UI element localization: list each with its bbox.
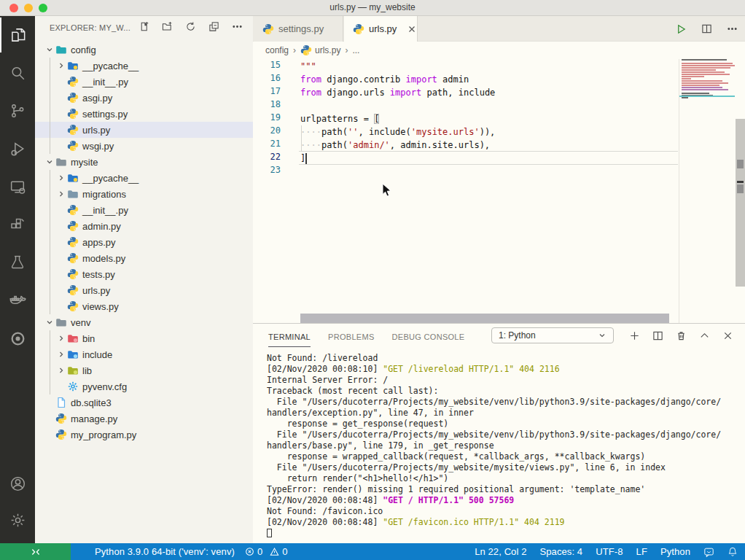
no-chevron [55, 92, 67, 104]
account-icon[interactable] [0, 466, 35, 501]
panel-tab-debug-console[interactable]: DEBUG CONSOLE [392, 326, 465, 346]
docker-icon[interactable] [0, 283, 35, 318]
python-icon [67, 300, 80, 312]
remote-indicator[interactable] [0, 543, 71, 560]
tree-item-admin-py[interactable]: admin.py [35, 218, 253, 234]
refresh-icon[interactable] [185, 21, 196, 32]
tree-item-label: lib [82, 365, 92, 376]
terminal-line: Internal Server Error: / [267, 375, 741, 386]
terminal-selector[interactable]: 1: Python [491, 327, 614, 343]
tree-item-views-py[interactable]: views.py [35, 298, 253, 314]
tab-settings-py[interactable]: settings.py [254, 16, 343, 42]
folder-lib-icon [67, 365, 80, 376]
more-icon[interactable] [232, 21, 243, 32]
feedback-icon[interactable] [703, 547, 714, 557]
source-control-icon[interactable] [0, 93, 35, 128]
chevron-down-icon [597, 330, 607, 341]
terminal-line: TypeError: render() missing 1 required p… [267, 484, 741, 495]
new-folder-icon[interactable] [162, 21, 173, 32]
status-spaces-4[interactable]: Spaces: 4 [539, 546, 582, 557]
breadcrumb-item[interactable]: ... [352, 45, 359, 55]
tree-item--init-py[interactable]: __init__.py [35, 74, 253, 90]
tree-item-venv[interactable]: venv [35, 314, 253, 330]
new-terminal-icon[interactable] [629, 330, 640, 341]
python-icon [67, 252, 80, 264]
python-interpreter-status[interactable]: Python 3.9.0 64-bit ('venv': venv) [95, 546, 235, 557]
tree-item-tests-py[interactable]: tests.py [35, 266, 253, 282]
collapse-all-icon[interactable] [208, 21, 219, 32]
remote-explorer-icon[interactable] [0, 169, 35, 204]
status-utf-8[interactable]: UTF-8 [596, 546, 623, 557]
editor-vertical-scrollbar[interactable] [735, 59, 745, 323]
python-icon [67, 236, 80, 248]
terminal-line: handlers/base.py", line 179, in _get_res… [267, 440, 741, 451]
tab-urls-py[interactable]: urls.py [344, 16, 418, 42]
breadcrumb-item[interactable]: urls.py [300, 44, 340, 56]
editor-horizontal-scrollbar[interactable] [300, 314, 669, 323]
tree-item-wsgi-py[interactable]: wsgi.py [35, 138, 253, 154]
run-icon[interactable] [676, 23, 687, 35]
tree-item-label: my_program.py [71, 429, 136, 440]
problems-status[interactable]: 0 0 [245, 546, 288, 557]
breadcrumb-item[interactable]: config [265, 45, 289, 55]
extensions-icon[interactable] [0, 207, 35, 242]
close-window-button[interactable] [9, 4, 18, 12]
close-icon[interactable] [407, 24, 417, 34]
tree-item-label: urls.py [82, 125, 110, 136]
status-lf[interactable]: LF [636, 546, 647, 557]
tree-item-db-sqlite3[interactable]: db.sqlite3 [35, 394, 253, 411]
zoom-window-button[interactable] [39, 4, 47, 12]
python-package-icon[interactable] [0, 321, 35, 356]
python-icon [353, 23, 364, 35]
search-icon[interactable] [0, 55, 35, 90]
split-editor-icon[interactable] [701, 23, 712, 34]
status-python[interactable]: Python [660, 546, 690, 557]
python-icon [67, 124, 80, 136]
close-panel-icon[interactable] [722, 330, 733, 341]
tab-label: settings.py [278, 23, 324, 34]
tree-item--init-py[interactable]: __init__.py [35, 202, 253, 218]
bell-icon[interactable] [728, 546, 738, 557]
no-chevron [55, 381, 67, 392]
terminal-output[interactable]: Not Found: /livereload[02/Nov/2020 00:08… [267, 353, 741, 539]
tree-item-my-program-py[interactable]: my_program.py [35, 427, 253, 443]
test-icon[interactable] [0, 245, 35, 280]
kill-terminal-icon[interactable] [676, 330, 687, 341]
settings-icon[interactable] [0, 502, 35, 537]
maximize-panel-icon[interactable] [699, 330, 710, 341]
minimize-window-button[interactable] [24, 4, 33, 12]
tree-item-lib[interactable]: lib [35, 362, 253, 378]
explorer-toolbar [139, 21, 243, 32]
more-icon[interactable] [727, 23, 738, 34]
breadcrumb-separator: › [345, 45, 348, 55]
split-terminal-icon[interactable] [652, 330, 663, 341]
scrollbar-decoration [737, 160, 744, 168]
panel-tab-terminal[interactable]: TERMINAL [268, 326, 311, 347]
tree-item--pycache-[interactable]: __pycache__ [35, 58, 253, 74]
tree-item-models-py[interactable]: models.py [35, 250, 253, 266]
tree-item-include[interactable]: include [35, 346, 253, 362]
tree-item-mysite[interactable]: mysite [35, 154, 253, 170]
tree-item-migrations[interactable]: migrations [35, 186, 253, 202]
explorer-icon[interactable] [0, 18, 35, 52]
tree-item-config[interactable]: config [35, 42, 253, 58]
code-editor[interactable]: 15"""16from django.contrib import admin1… [253, 59, 745, 323]
tree-item-apps-py[interactable]: apps.py [35, 234, 253, 250]
status-ln-22-col-2[interactable]: Ln 22, Col 2 [475, 546, 526, 557]
folder-include-icon [67, 349, 80, 360]
run-debug-icon[interactable] [0, 131, 35, 166]
no-chevron [55, 236, 67, 248]
tree-item-asgi-py[interactable]: asgi.py [35, 90, 253, 106]
minimap[interactable] [682, 59, 735, 323]
tree-item--pycache-[interactable]: __pycache__ [35, 170, 253, 186]
tree-item-urls-py[interactable]: urls.py [35, 282, 253, 298]
new-file-icon[interactable] [139, 21, 149, 32]
tree-item-manage-py[interactable]: manage.py [35, 411, 253, 427]
tree-item-settings-py[interactable]: settings.py [35, 106, 253, 122]
tree-item-urls-py[interactable]: urls.py [35, 122, 253, 138]
tree-item-bin[interactable]: bin [35, 330, 253, 346]
panel-tab-problems[interactable]: PROBLEMS [328, 326, 375, 346]
scrollbar-slider[interactable] [736, 119, 745, 287]
tree-item-pyvenv-cfg[interactable]: pyvenv.cfg [35, 378, 253, 394]
tree-item-label: tests.py [82, 269, 115, 280]
